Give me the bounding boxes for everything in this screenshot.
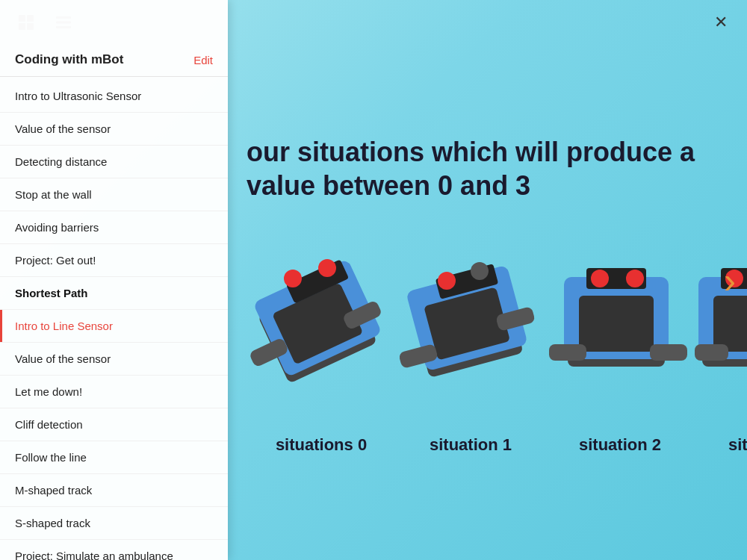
robot-illustration-1 bbox=[396, 232, 545, 426]
situation-1-label: situation 1 bbox=[430, 435, 512, 455]
sidebar-item-shortest-path[interactable]: Shortest Path bbox=[0, 277, 228, 310]
svg-point-21 bbox=[438, 272, 456, 290]
sidebar-item-detecting-distance[interactable]: Detecting distance bbox=[0, 146, 228, 178]
sidebar-item-s-shaped[interactable]: S-shaped track bbox=[0, 507, 228, 540]
robot-sit2: situation 2 bbox=[545, 232, 695, 455]
robot-sit3: situation 3 bbox=[695, 232, 747, 455]
robot-sit0: situations 0 bbox=[247, 232, 396, 455]
robot-illustration-2 bbox=[545, 232, 695, 426]
sidebar-title: Coding with mBot bbox=[15, 52, 123, 67]
svg-rect-34 bbox=[695, 344, 728, 361]
svg-point-22 bbox=[471, 262, 489, 280]
sidebar: Coding with mBot Edit Intro to Ultrasoni… bbox=[0, 0, 228, 560]
close-button[interactable]: ✕ bbox=[710, 11, 732, 34]
sidebar-item-value-sensor-2[interactable]: Value of the sensor bbox=[0, 343, 228, 376]
svg-rect-27 bbox=[650, 344, 687, 361]
sidebar-item-cliff-detection[interactable]: Cliff detection bbox=[0, 408, 228, 441]
sidebar-list: Intro to Ultrasonic SensorValue of the s… bbox=[0, 77, 228, 560]
sidebar-item-project-get-out[interactable]: Project: Get out! bbox=[0, 244, 228, 277]
sidebar-header: Coding with mBot Edit bbox=[0, 0, 228, 77]
svg-rect-33 bbox=[713, 296, 747, 352]
sidebar-item-m-shaped[interactable]: M-shaped track bbox=[0, 474, 228, 507]
sidebar-item-intro-line-sensor[interactable]: Intro to Line Sensor bbox=[0, 310, 228, 343]
sidebar-item-project-ambulance[interactable]: Project: Simulate an ambulance bbox=[0, 540, 228, 560]
robot-illustration-0 bbox=[247, 232, 396, 426]
svg-point-13 bbox=[284, 270, 302, 287]
sidebar-item-follow-line[interactable]: Follow the line bbox=[0, 441, 228, 474]
svg-point-29 bbox=[591, 270, 609, 287]
sidebar-item-stop-wall[interactable]: Stop at the wall bbox=[0, 178, 228, 211]
robots-row: situations 0 situation 1 bbox=[247, 232, 725, 455]
sidebar-item-intro-ultrasonic[interactable]: Intro to Ultrasonic Sensor bbox=[0, 80, 228, 113]
svg-rect-25 bbox=[579, 296, 654, 352]
sidebar-edit-button[interactable]: Edit bbox=[193, 54, 213, 66]
robot-sit1: situation 1 bbox=[396, 232, 545, 455]
svg-point-14 bbox=[318, 259, 336, 277]
top-bar-right: ✕ bbox=[710, 11, 732, 34]
sidebar-item-let-me-down[interactable]: Let me down! bbox=[0, 376, 228, 408]
svg-point-30 bbox=[626, 270, 644, 287]
svg-rect-26 bbox=[549, 344, 586, 361]
situation-0-label: situations 0 bbox=[276, 435, 367, 455]
situation-2-label: situation 2 bbox=[579, 435, 661, 455]
sidebar-item-value-sensor-1[interactable]: Value of the sensor bbox=[0, 113, 228, 146]
robot-illustration-3 bbox=[695, 232, 747, 426]
situation-3-label: situation 3 bbox=[728, 435, 747, 455]
sidebar-item-avoiding-barriers[interactable]: Avoiding barriers bbox=[0, 211, 228, 244]
headline-text: our situations which will produce a valu… bbox=[247, 135, 725, 202]
next-arrow-button[interactable]: › bbox=[724, 260, 736, 301]
